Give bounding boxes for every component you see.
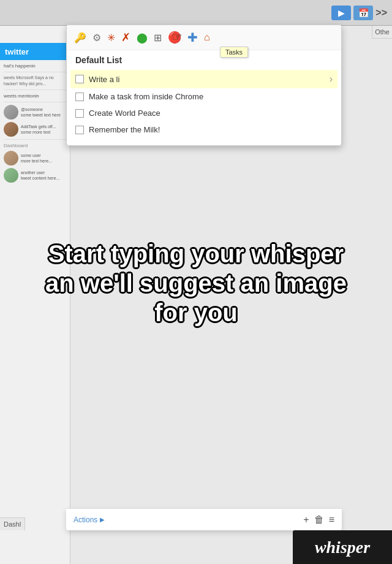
play-button[interactable]: ▶: [331, 6, 351, 20]
star-icon[interactable]: ✳: [107, 32, 115, 44]
twitter-header: twitter: [0, 43, 70, 60]
actions-arrow-icon: ▶: [100, 516, 105, 523]
delete-task-button[interactable]: 🗑: [314, 514, 324, 525]
overlay-text: Start typing your whisper an we'll sugge…: [31, 239, 361, 327]
key-icon[interactable]: 🔑: [74, 32, 86, 44]
check-icon[interactable]: ✗: [121, 31, 130, 44]
browser-topbar: ▶ 📅 >>: [0, 0, 392, 26]
task-label-4: Remember the Milk!: [89, 125, 160, 134]
profile-row-1: @someonesome tweet text here: [4, 105, 66, 120]
gear-icon[interactable]: ⚙: [92, 32, 101, 44]
other-label: Othe: [372, 26, 392, 39]
tweet-1: weets Microsoft Says a no hacker! Why di…: [4, 75, 66, 87]
task-item-2[interactable]: Make a task from inside Chrome: [75, 88, 333, 105]
dashboard-label: Dashl: [0, 517, 25, 530]
task-item-4[interactable]: Remember the Milk!: [75, 121, 333, 138]
stop-icon[interactable]: 🔴: [168, 31, 181, 44]
twitter-content: hat's happenin weets Microsoft Says a no…: [0, 60, 70, 188]
avatar-4: [4, 168, 18, 183]
add-task-button[interactable]: +: [303, 514, 309, 525]
avatar-2: [4, 122, 18, 137]
list-header: Default List: [67, 50, 341, 67]
bottom-bar: Actions ▶ + 🗑 ≡: [66, 508, 342, 530]
task-checkbox-4[interactable]: [75, 126, 84, 134]
tweet-text-3: some usermore text here...: [21, 153, 52, 164]
avatar-3: [4, 151, 18, 166]
task-list: Write a li › Make a task from inside Chr…: [67, 67, 341, 145]
play-icon: ▶: [338, 8, 345, 18]
avatar-1: [4, 105, 18, 120]
task-arrow-1: ›: [330, 74, 333, 85]
profile-row-4: another usertweet content here...: [4, 168, 66, 183]
whisper-text: whisper: [315, 538, 370, 557]
calendar-icon: 📅: [358, 8, 369, 18]
list-view-button[interactable]: ≡: [329, 514, 334, 525]
actions-group: Actions ▶: [74, 516, 105, 524]
actions-link[interactable]: Actions: [74, 516, 97, 524]
twitter-logo: twitter: [5, 47, 29, 56]
task-label-2: Make a task from inside Chrome: [89, 92, 203, 101]
task-item-3[interactable]: Create World Peace: [75, 105, 333, 121]
calendar-button[interactable]: 📅: [353, 6, 373, 20]
task-item-1[interactable]: Write a li ›: [70, 70, 337, 88]
plus-icon[interactable]: ✚: [187, 30, 198, 45]
whats-happening: hat's happenin: [4, 63, 66, 69]
tweet-text-2: AddTask gets off...some more text: [21, 124, 56, 135]
dashboard-section: Dashboard: [4, 142, 66, 149]
task-checkbox-2[interactable]: [75, 93, 84, 101]
circle-icon[interactable]: ⬤: [137, 32, 148, 44]
profile-row-3: some usermore text here...: [4, 151, 66, 166]
tweets-mentioning: weets mentionin: [4, 93, 66, 99]
home-icon[interactable]: ⌂: [204, 32, 210, 43]
tweet-text-1: @someonesome tweet text here: [21, 107, 61, 118]
profile-row-2: AddTask gets off...some more text: [4, 122, 66, 137]
tooltip: Tasks: [220, 47, 248, 58]
task-label-3: Create World Peace: [89, 109, 160, 118]
task-label-1: Write a li: [89, 75, 119, 84]
grid-icon[interactable]: ⊞: [154, 32, 162, 44]
task-checkbox-1[interactable]: [75, 75, 84, 83]
dropdown-panel: 🔑 ⚙ ✳ ✗ ⬤ ⊞ 🔴 ✚ ⌂ Tasks Default List Wri…: [66, 25, 342, 146]
tweet-text-4: another usertweet content here...: [21, 170, 59, 181]
bottom-icons-group: + 🗑 ≡: [303, 514, 334, 525]
toolbar: 🔑 ⚙ ✳ ✗ ⬤ ⊞ 🔴 ✚ ⌂: [67, 25, 341, 50]
whisper-badge: whisper: [293, 530, 392, 564]
task-checkbox-3[interactable]: [75, 109, 84, 118]
more-button[interactable]: >>: [375, 7, 387, 18]
